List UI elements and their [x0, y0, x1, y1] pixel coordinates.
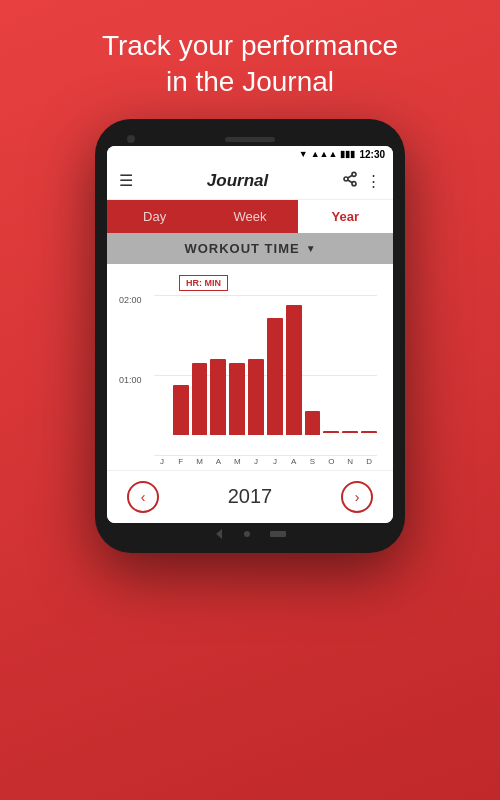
x-label-m: M [192, 457, 208, 466]
x-label-o: O [323, 457, 339, 466]
x-label-n: N [342, 457, 358, 466]
grid-line-bottom [154, 455, 377, 456]
phone-top-notch [107, 131, 393, 146]
bar-n [342, 431, 358, 435]
headline-line1: Track your performance [102, 30, 398, 61]
phone-bottom-bar [107, 523, 393, 541]
bar-m [192, 363, 208, 435]
signal-icon: ▼ [299, 149, 308, 159]
headline: Track your performance in the Journal [0, 0, 500, 119]
tab-year[interactable]: Year [298, 200, 393, 233]
recents-nav-icon[interactable] [270, 531, 286, 537]
phone-screen: ▼ ▲▲▲ ▮▮▮ 12:30 ☰ Journal ⋮ [107, 146, 393, 523]
bar-a [210, 359, 226, 434]
x-label-a: A [210, 457, 226, 466]
tab-bar: Day Week Year [107, 200, 393, 233]
bar-j [267, 318, 283, 435]
x-label-d: D [361, 457, 377, 466]
home-nav-icon[interactable] [244, 531, 250, 537]
svg-point-0 [352, 173, 356, 177]
y-label-top: 02:00 [119, 295, 142, 305]
bar-s [305, 411, 321, 434]
bar-j [248, 359, 264, 434]
chart-container: 02:00 01:00 [154, 295, 377, 455]
chart-area: HR: MIN 02:00 01:00 [107, 264, 393, 470]
hr-min-badge: HR: MIN [179, 275, 228, 291]
svg-point-2 [352, 182, 356, 186]
phone-speaker [225, 137, 275, 142]
header-actions: ⋮ [342, 171, 381, 190]
x-label-j: J [267, 457, 283, 466]
share-icon[interactable] [342, 171, 358, 190]
dropdown-arrow-icon: ▼ [306, 243, 316, 254]
x-label-j: J [154, 457, 170, 466]
prev-arrow-icon: ‹ [141, 489, 146, 505]
bar-m [229, 363, 245, 435]
svg-line-4 [348, 176, 353, 179]
headline-line2: in the Journal [166, 66, 334, 97]
app-header: ☰ Journal ⋮ [107, 163, 393, 200]
phone-camera [127, 135, 135, 143]
bar-a [286, 305, 302, 435]
year-nav: ‹ 2017 › [107, 470, 393, 523]
more-icon[interactable]: ⋮ [366, 172, 381, 190]
x-axis-labels: JFMAMJJASOND [154, 457, 377, 466]
y-label-mid: 01:00 [119, 375, 142, 385]
x-label-s: S [305, 457, 321, 466]
prev-year-button[interactable]: ‹ [127, 481, 159, 513]
back-nav-icon[interactable] [216, 529, 222, 539]
phone-device: ▼ ▲▲▲ ▮▮▮ 12:30 ☰ Journal ⋮ [95, 119, 405, 553]
bars-container [154, 295, 377, 435]
bar-f [173, 385, 189, 434]
status-time: 12:30 [359, 149, 385, 160]
tab-day[interactable]: Day [107, 200, 202, 233]
bar-o [323, 431, 339, 435]
svg-point-1 [344, 177, 348, 181]
x-label-j: J [248, 457, 264, 466]
tab-week[interactable]: Week [202, 200, 297, 233]
y-axis-labels: 02:00 01:00 [119, 295, 142, 455]
x-label-a: A [286, 457, 302, 466]
x-label-f: F [173, 457, 189, 466]
bar-d [361, 431, 377, 435]
battery-icon: ▮▮▮ [340, 149, 355, 159]
year-label: 2017 [228, 485, 273, 508]
status-icons: ▼ ▲▲▲ ▮▮▮ [299, 149, 356, 159]
svg-line-3 [348, 180, 353, 183]
status-bar: ▼ ▲▲▲ ▮▮▮ 12:30 [107, 146, 393, 163]
workout-label: WORKOUT TIME [184, 241, 299, 256]
hamburger-icon[interactable]: ☰ [119, 171, 133, 190]
workout-selector[interactable]: WORKOUT TIME ▼ [107, 233, 393, 264]
app-title: Journal [207, 171, 268, 191]
next-year-button[interactable]: › [341, 481, 373, 513]
next-arrow-icon: › [355, 489, 360, 505]
x-label-m: M [229, 457, 245, 466]
wifi-icon: ▲▲▲ [311, 149, 338, 159]
